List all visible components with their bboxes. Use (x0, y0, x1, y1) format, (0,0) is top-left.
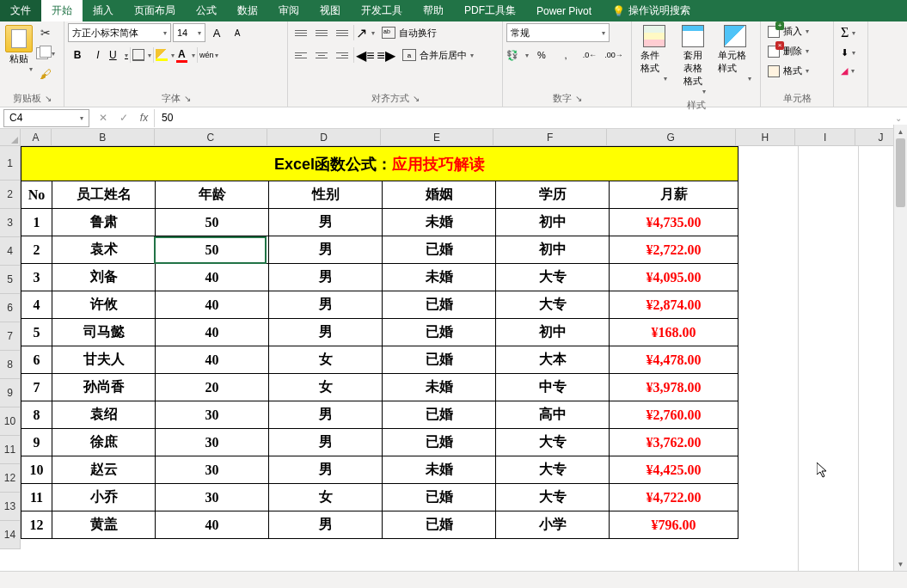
cell-salary[interactable]: ¥4,095.00 (610, 264, 738, 291)
menu-review[interactable]: 审阅 (268, 0, 309, 21)
col-header-C[interactable]: C (155, 129, 268, 145)
table-row[interactable]: 6甘夫人40女已婚大本¥4,478.00 (21, 346, 738, 374)
cell-salary[interactable]: ¥3,762.00 (610, 429, 738, 456)
cell-gender[interactable]: 女 (269, 374, 383, 401)
cell-salary[interactable]: ¥4,722.00 (610, 484, 738, 511)
select-all-button[interactable] (0, 129, 21, 146)
cell-age[interactable]: 50 (156, 209, 269, 236)
cell-marital[interactable]: 未婚 (383, 374, 496, 401)
cell-age[interactable]: 40 (156, 346, 269, 374)
cell-edu[interactable]: 初中 (496, 209, 610, 236)
formula-input[interactable]: 50 (155, 112, 890, 124)
border-button[interactable]: ▾ (132, 46, 151, 64)
col-header-F[interactable]: F (493, 129, 607, 145)
merge-center-button[interactable]: a合并后居中▾ (397, 47, 479, 64)
indent-increase-button[interactable]: ≡▶ (377, 46, 395, 64)
orientation-button[interactable]: ↗▾ (356, 23, 375, 42)
accounting-button[interactable]: 💱▾ (506, 46, 529, 64)
fill-color-button[interactable]: ▾ (156, 46, 175, 64)
cell-edu[interactable]: 高中 (496, 401, 610, 429)
italic-button[interactable]: I (89, 46, 107, 64)
cell-salary[interactable]: ¥168.00 (610, 319, 738, 346)
cell-name[interactable]: 袁绍 (52, 401, 156, 429)
menu-pdf[interactable]: PDF工具集 (454, 0, 526, 21)
cell-no[interactable]: 12 (21, 511, 52, 539)
table-row[interactable]: 7孙尚香20女未婚中专¥3,978.00 (21, 374, 738, 401)
indent-decrease-button[interactable]: ◀≡ (356, 46, 375, 64)
cell-edu[interactable]: 初中 (496, 236, 610, 264)
cell-salary[interactable]: ¥3,978.00 (610, 374, 738, 401)
cell-name[interactable]: 小乔 (52, 484, 156, 511)
dialog-launcher-icon[interactable]: ↘ (413, 94, 420, 103)
row-header-7[interactable]: 7 (0, 322, 20, 351)
cell-salary[interactable]: ¥4,478.00 (610, 346, 738, 374)
row-header-3[interactable]: 3 (0, 209, 20, 237)
cell-no[interactable]: 7 (21, 374, 52, 401)
align-middle-button[interactable] (312, 23, 331, 42)
cell-no[interactable]: 10 (21, 456, 52, 484)
row-header-9[interactable]: 9 (0, 379, 20, 407)
increase-decimal-button[interactable]: .0← (579, 46, 601, 64)
cell-edu[interactable]: 初中 (496, 319, 610, 346)
menu-developer[interactable]: 开发工具 (351, 0, 413, 21)
cell-salary[interactable]: ¥796.00 (610, 511, 738, 539)
cell-gender[interactable]: 男 (269, 236, 383, 264)
title-row[interactable]: Excel函数公式：应用技巧解读 (21, 147, 738, 181)
cell-edu[interactable]: 大专 (496, 291, 610, 319)
menu-view[interactable]: 视图 (309, 0, 351, 21)
percent-button[interactable]: % (530, 46, 553, 64)
cell-edu[interactable]: 中专 (496, 374, 610, 401)
row-header-13[interactable]: 13 (0, 493, 20, 521)
cell-name[interactable]: 司马懿 (52, 319, 156, 346)
row-header-5[interactable]: 5 (0, 266, 20, 294)
cell-gender[interactable]: 男 (269, 511, 383, 539)
scroll-up-button[interactable]: ▲ (894, 125, 907, 138)
cell-age[interactable]: 50 (156, 236, 269, 264)
clear-button[interactable]: ◢▾ (837, 64, 858, 78)
cell-marital[interactable]: 已婚 (383, 291, 496, 319)
table-row[interactable]: 4许攸40男已婚大专¥2,874.00 (21, 291, 738, 319)
col-header-I[interactable]: I (795, 129, 855, 145)
formula-confirm-button[interactable]: ✓ (113, 109, 134, 127)
cell-gender[interactable]: 女 (269, 346, 383, 374)
decrease-font-button[interactable]: A (228, 23, 247, 42)
header-salary[interactable]: 月薪 (610, 181, 738, 209)
menu-home[interactable]: 开始 (41, 0, 83, 21)
paste-button[interactable]: 粘贴 ▾ (3, 23, 34, 75)
cells-container[interactable]: Excel函数公式：应用技巧解读No员工姓名年龄性别婚姻学历月薪1鲁肃50男未婚… (21, 146, 907, 571)
header-no[interactable]: No (21, 181, 52, 209)
cell-age[interactable]: 30 (156, 429, 269, 456)
cell-name[interactable]: 甘夫人 (52, 346, 156, 374)
cell-no[interactable]: 1 (21, 209, 52, 236)
cell-age[interactable]: 30 (156, 456, 269, 484)
menu-tellme[interactable]: 💡操作说明搜索 (602, 0, 701, 21)
cell-no[interactable]: 8 (21, 401, 52, 429)
cell-no[interactable]: 5 (21, 319, 52, 346)
table-row[interactable]: 3刘备40男未婚大专¥4,095.00 (21, 264, 738, 291)
table-row[interactable]: 1鲁肃50男未婚初中¥4,735.00 (21, 209, 738, 236)
cell-marital[interactable]: 未婚 (383, 209, 496, 236)
cell-edu[interactable]: 大专 (496, 264, 610, 291)
menu-help[interactable]: 帮助 (413, 0, 454, 21)
cell-no[interactable]: 4 (21, 291, 52, 319)
dialog-launcher-icon[interactable]: ↘ (45, 94, 52, 103)
cell-age[interactable]: 30 (156, 401, 269, 429)
cell-edu[interactable]: 大专 (496, 484, 610, 511)
cell-age[interactable]: 20 (156, 374, 269, 401)
cell-gender[interactable]: 男 (269, 456, 383, 484)
scroll-down-button[interactable]: ▼ (894, 557, 907, 571)
row-header-1[interactable]: 1 (0, 146, 20, 181)
cell-age[interactable]: 40 (156, 291, 269, 319)
cell-gender[interactable]: 男 (269, 264, 383, 291)
row-header-14[interactable]: 14 (0, 521, 20, 549)
bold-button[interactable]: B (68, 46, 87, 64)
dialog-launcher-icon[interactable]: ↘ (184, 94, 191, 103)
col-header-G[interactable]: G (607, 129, 736, 145)
cell-no[interactable]: 9 (21, 429, 52, 456)
menu-formulas[interactable]: 公式 (186, 0, 227, 21)
header-row[interactable]: No员工姓名年龄性别婚姻学历月薪 (21, 181, 738, 209)
table-row[interactable]: 2袁术50男已婚初中¥2,722.00 (21, 236, 738, 264)
cell-salary[interactable]: ¥2,874.00 (610, 291, 738, 319)
row-header-2[interactable]: 2 (0, 181, 20, 209)
font-color-button[interactable]: A▾ (176, 46, 195, 64)
